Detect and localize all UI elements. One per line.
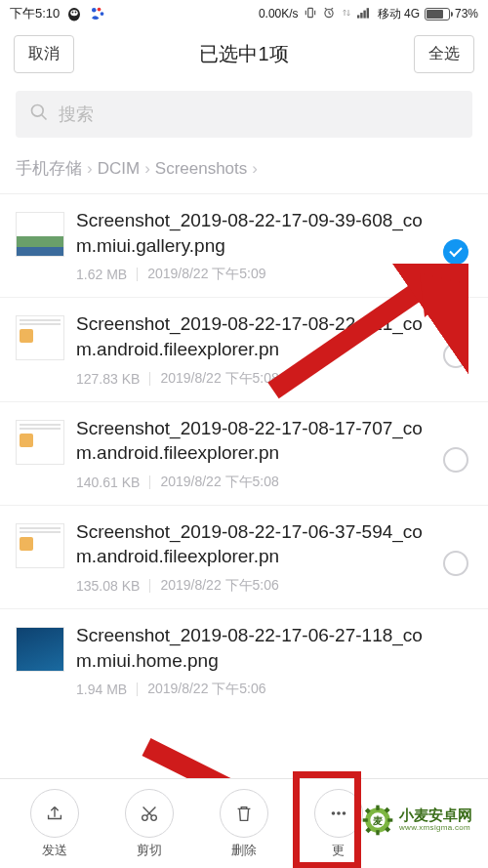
selection-title: 已选中1项: [199, 41, 288, 67]
svg-point-6: [101, 12, 104, 16]
more-button[interactable]: 更: [314, 789, 363, 859]
file-date: 2019/8/22 下午5:08: [160, 370, 278, 388]
qq-icon: [65, 5, 83, 22]
file-date: 2019/8/22 下午5:09: [147, 266, 265, 283]
status-netspeed: 0.00K/s: [259, 7, 299, 21]
more-label: 更: [332, 842, 345, 859]
send-label: 发送: [42, 842, 67, 859]
file-thumbnail: [16, 523, 64, 568]
svg-rect-18: [366, 8, 368, 18]
battery-icon: [425, 8, 450, 21]
vibrate-icon: [304, 6, 317, 22]
breadcrumb-item[interactable]: Screenshots: [155, 159, 248, 179]
status-carrier: 移动 4G: [378, 6, 420, 22]
breadcrumb-item[interactable]: 手机存储: [16, 157, 82, 180]
search-icon: [29, 103, 49, 126]
file-thumbnail: [16, 627, 64, 672]
cut-button[interactable]: 剪切: [125, 789, 174, 859]
svg-point-1: [71, 10, 79, 16]
svg-line-20: [42, 115, 47, 120]
svg-line-13: [325, 8, 327, 9]
svg-point-31: [337, 811, 341, 815]
file-name: Screenshot_2019-08-22-17-08-22-421_com.a…: [76, 311, 433, 361]
data-icon: [341, 6, 352, 22]
file-size: 1.94 MB: [76, 682, 127, 697]
file-row[interactable]: Screenshot_2019-08-22-17-09-39-608_com.m…: [0, 194, 488, 298]
svg-point-4: [92, 8, 97, 13]
file-row[interactable]: Screenshot_2019-08-22-17-06-37-594_com.a…: [0, 506, 488, 609]
signal-icon: [357, 7, 373, 21]
svg-line-14: [331, 8, 333, 9]
chevron-right-icon: ›: [252, 159, 258, 179]
file-row[interactable]: Screenshot_2019-08-22-17-08-17-707_com.a…: [0, 402, 488, 506]
svg-point-32: [342, 811, 346, 815]
file-size: 127.83 KB: [76, 371, 140, 387]
breadcrumb[interactable]: 手机存储 › DCIM › Screenshots ›: [0, 151, 488, 194]
svg-point-5: [98, 8, 102, 12]
svg-point-2: [72, 12, 74, 14]
svg-point-19: [32, 105, 44, 117]
status-battery-pct: 73%: [455, 7, 478, 21]
file-name: Screenshot_2019-08-22-17-08-17-707_com.a…: [76, 416, 433, 466]
selection-checkbox[interactable]: [443, 551, 468, 576]
svg-rect-16: [360, 13, 362, 19]
file-row[interactable]: Screenshot_2019-08-22-17-06-27-118_com.m…: [0, 609, 488, 712]
breadcrumb-item[interactable]: DCIM: [98, 159, 140, 179]
chevron-right-icon: ›: [87, 159, 93, 179]
baidu-icon: [89, 5, 106, 22]
alarm-icon: [322, 6, 336, 22]
status-bar: 下午5:10 0.00K/s 移动 4G 73%: [0, 0, 488, 27]
file-name: Screenshot_2019-08-22-17-06-37-594_com.a…: [76, 519, 433, 569]
selection-header: 取消 已选中1项 全选: [0, 27, 488, 85]
svg-point-30: [331, 811, 335, 815]
file-row[interactable]: Screenshot_2019-08-22-17-08-22-421_com.a…: [0, 298, 488, 401]
svg-line-12: [329, 13, 331, 14]
file-thumbnail: [16, 420, 64, 465]
select-all-button[interactable]: 全选: [414, 35, 474, 73]
file-date: 2019/8/22 下午5:06: [160, 577, 278, 595]
file-name: Screenshot_2019-08-22-17-06-27-118_com.m…: [76, 623, 433, 673]
file-size: 135.08 KB: [76, 578, 140, 594]
search-placeholder: 搜索: [59, 103, 94, 126]
file-size: 1.62 MB: [76, 267, 127, 282]
file-thumbnail: [16, 315, 64, 360]
selection-checkbox[interactable]: [443, 239, 468, 265]
svg-rect-17: [363, 10, 365, 18]
chevron-right-icon: ›: [144, 159, 150, 179]
file-list: Screenshot_2019-08-22-17-09-39-608_com.m…: [0, 194, 488, 712]
delete-label: 删除: [231, 842, 257, 859]
file-size: 140.61 KB: [76, 475, 140, 490]
search-input[interactable]: 搜索: [16, 91, 472, 138]
delete-button[interactable]: 删除: [220, 789, 268, 859]
svg-rect-15: [357, 15, 359, 18]
selection-checkbox[interactable]: [443, 447, 468, 473]
send-button[interactable]: 发送: [30, 789, 79, 859]
file-date: 2019/8/22 下午5:08: [160, 474, 278, 491]
svg-rect-7: [307, 8, 312, 17]
action-toolbar: 发送 剪切 删除 更: [0, 778, 488, 868]
cancel-button[interactable]: 取消: [14, 35, 74, 73]
file-name: Screenshot_2019-08-22-17-09-39-608_com.m…: [76, 208, 433, 258]
status-time: 下午5:10: [10, 5, 60, 22]
file-thumbnail: [16, 212, 64, 257]
file-date: 2019/8/22 下午5:06: [147, 681, 265, 698]
svg-point-3: [75, 12, 77, 14]
cut-label: 剪切: [137, 842, 162, 859]
